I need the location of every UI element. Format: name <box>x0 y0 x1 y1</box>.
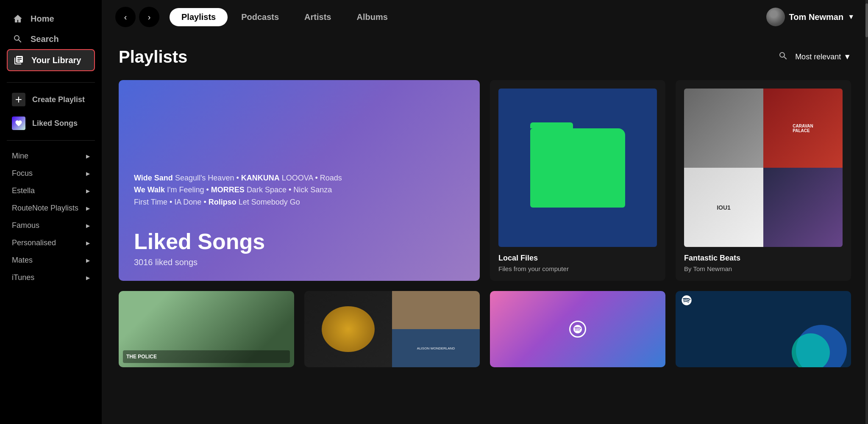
duo-right-top <box>392 291 480 329</box>
playlist-card-fantastic-beats[interactable]: CARAVANPALACE IOU1 Fantastic Beats By To… <box>676 80 851 281</box>
username: Tom Newman <box>789 12 844 22</box>
back-button[interactable]: ‹ <box>115 7 136 27</box>
sort-dropdown-arrow: ▼ <box>843 53 851 61</box>
bottom-card-2[interactable]: ALISON WONDERLAND <box>304 291 480 367</box>
sidebar-item-search-label: Search <box>31 34 59 44</box>
content-search-button[interactable] <box>778 51 788 64</box>
forward-button[interactable]: › <box>139 7 159 27</box>
fantastic-beats-thumbnail: CARAVANPALACE IOU1 <box>684 89 843 247</box>
search-icon <box>12 33 24 45</box>
folder-routenote-label: RouteNote Playlists <box>12 204 78 213</box>
folder-personalised[interactable]: Personalised ▶ <box>7 234 95 252</box>
sidebar-item-home[interactable]: Home <box>7 8 95 29</box>
folder-famous-label: Famous <box>12 221 39 230</box>
plus-icon: + <box>12 93 25 106</box>
duo-right-bottom: ALISON WONDERLAND <box>392 329 480 367</box>
duo-right: ALISON WONDERLAND <box>392 291 480 367</box>
local-files-thumbnail <box>498 89 657 247</box>
folder-routenote[interactable]: RouteNote Playlists ▶ <box>7 200 95 217</box>
chevron-right-icon: ▶ <box>86 205 90 211</box>
tab-podcasts[interactable]: Podcasts <box>229 8 291 26</box>
circle-small-shape <box>792 333 830 367</box>
playlist-card-local-files[interactable]: Local Files Files from your computer <box>490 80 665 281</box>
liked-songs-tracks: Wide Sand Seagull's Heaven • KANKUNA LOO… <box>134 172 465 208</box>
tab-albums[interactable]: Albums <box>345 8 399 26</box>
liked-songs-item[interactable]: Liked Songs <box>7 113 95 133</box>
user-menu[interactable]: Tom Newman ▼ <box>766 8 854 26</box>
bottom-thumb-3 <box>490 291 665 367</box>
bottom-thumb-1: THE POLICE <box>119 291 294 367</box>
liked-songs-title: Liked Songs <box>134 229 465 254</box>
folder-mine[interactable]: Mine ▶ <box>7 147 95 165</box>
local-files-name: Local Files <box>498 254 657 263</box>
folder-famous[interactable]: Famous ▶ <box>7 217 95 234</box>
folder-mates[interactable]: Mates ▶ <box>7 252 95 269</box>
fantastic-beats-name: Fantastic Beats <box>684 254 843 263</box>
chevron-right-icon: ▶ <box>86 223 90 229</box>
bottom-card-3[interactable] <box>490 291 665 367</box>
chevron-right-icon: ▶ <box>86 275 90 281</box>
fantastic-beats-desc: By Tom Newman <box>684 265 843 272</box>
folder-focus[interactable]: Focus ▶ <box>7 165 95 182</box>
duo-left <box>304 291 392 367</box>
liked-songs-card[interactable]: Wide Sand Seagull's Heaven • KANKUNA LOO… <box>119 80 480 281</box>
folder-mine-label: Mine <box>12 152 28 161</box>
folder-icon-shape <box>530 128 625 208</box>
chevron-right-icon: ▶ <box>86 240 90 246</box>
liked-songs-count: 3016 liked songs <box>134 258 465 267</box>
spotify-logo-icon <box>569 321 586 338</box>
track-line-3: First Time • IA Done • Rolipso Let Someb… <box>134 196 465 208</box>
sidebar-navigation: Home Search Your Library <box>0 0 102 75</box>
folder-personalised-label: Personalised <box>12 238 56 247</box>
bottom-thumb-2: ALISON WONDERLAND <box>304 291 480 367</box>
gradient-thumbnail <box>490 291 665 367</box>
content-controls: Most relevant ▼ <box>778 51 851 64</box>
sidebar-item-library-label: Your Library <box>31 55 81 65</box>
sidebar-divider-1 <box>7 82 95 83</box>
page-title: Playlists <box>119 47 187 67</box>
avatar-image <box>766 8 785 26</box>
library-icon <box>13 54 25 66</box>
folder-focus-label: Focus <box>12 169 33 178</box>
folder-estella[interactable]: Estella ▶ <box>7 182 95 200</box>
main-content: ‹ › Playlists Podcasts Artists Albums To… <box>102 0 868 424</box>
duo-thumbnail: ALISON WONDERLAND <box>304 291 480 367</box>
track-line-2: We Walk I'm Feeling • MORRES Dark Space … <box>134 184 465 196</box>
folder-itunes-label: iTunes <box>12 273 34 282</box>
sidebar-actions: + Create Playlist Liked Songs <box>0 89 102 133</box>
grid-cell-1 <box>684 89 763 168</box>
sidebar: Home Search Your Library + Create Playli… <box>0 0 102 424</box>
sidebar-item-library[interactable]: Your Library <box>7 49 95 71</box>
local-files-desc: Files from your computer <box>498 265 657 272</box>
folder-itunes[interactable]: iTunes ▶ <box>7 269 95 286</box>
folder-thumbnail-bg <box>498 89 657 247</box>
tab-artists[interactable]: Artists <box>292 8 343 26</box>
track-line-1: Wide Sand Seagull's Heaven • KANKUNA LOO… <box>134 172 465 184</box>
scrollbar-thumb[interactable] <box>865 3 868 37</box>
grid-cell-3: IOU1 <box>684 168 763 247</box>
liked-songs-label: Liked Songs <box>32 119 78 128</box>
bottom-playlists-row: THE POLICE <box>119 291 851 367</box>
sidebar-item-home-label: Home <box>31 14 54 24</box>
chevron-right-icon: ▶ <box>86 188 90 194</box>
grid-cell-2: CARAVANPALACE <box>763 89 843 168</box>
bottom-card-1[interactable]: THE POLICE <box>119 291 294 367</box>
scrollbar-track[interactable] <box>865 0 868 424</box>
content-header: Playlists Most relevant ▼ <box>119 47 851 67</box>
spotify-small-icon <box>681 294 693 308</box>
tab-bar: Playlists Podcasts Artists Albums <box>170 8 400 26</box>
circles-thumbnail <box>676 291 851 367</box>
sort-dropdown[interactable]: Most relevant ▼ <box>795 53 851 61</box>
create-playlist-item[interactable]: + Create Playlist <box>7 89 95 110</box>
chevron-right-icon: ▶ <box>86 258 90 263</box>
bottom-thumb-4 <box>676 291 851 367</box>
home-icon <box>12 13 24 25</box>
bottom-card-4[interactable] <box>676 291 851 367</box>
chevron-right-icon: ▶ <box>86 171 90 177</box>
folder-mates-label: Mates <box>12 256 33 265</box>
sidebar-divider-2 <box>7 140 95 141</box>
sidebar-item-search[interactable]: Search <box>7 29 95 49</box>
tab-playlists[interactable]: Playlists <box>170 8 228 26</box>
thumbnail-grid: CARAVANPALACE IOU1 <box>684 89 843 247</box>
create-playlist-label: Create Playlist <box>32 95 85 104</box>
